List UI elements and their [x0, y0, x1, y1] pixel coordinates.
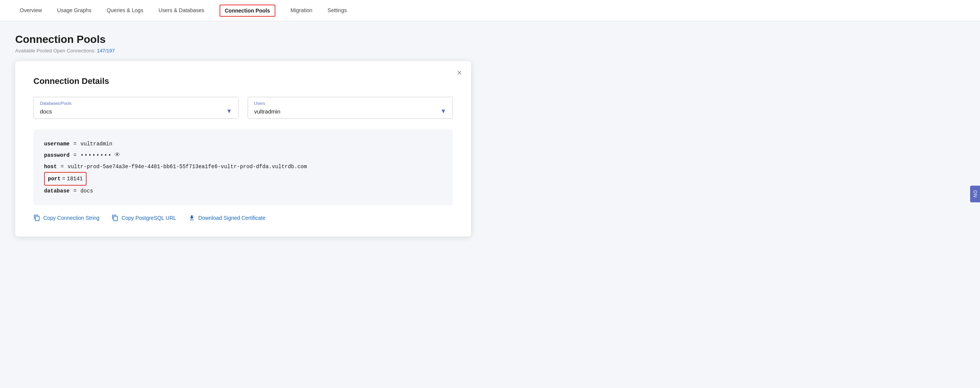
- copy-postgresql-url-label: Copy PostgreSQL URL: [122, 215, 176, 221]
- copy-connection-string-button[interactable]: Copy Connection String: [33, 215, 100, 221]
- nav-item-settings[interactable]: Settings: [320, 0, 355, 21]
- port-line: port = 18141: [44, 172, 442, 186]
- connection-pools-label: Connection Pools: [220, 5, 275, 17]
- nav-item-users-databases[interactable]: Users & Databases: [151, 0, 212, 21]
- users-value-row: vultradmin ▼: [254, 108, 446, 114]
- copy-icon: [33, 215, 40, 221]
- copy-postgresql-url-button[interactable]: Copy PostgreSQL URL: [112, 215, 176, 221]
- users-dropdown[interactable]: Users vultradmin ▼: [248, 97, 453, 119]
- users-arrow-icon: ▼: [440, 108, 446, 114]
- nav-item-queries-logs[interactable]: Queries & Logs: [99, 0, 151, 21]
- copy-connection-string-label: Copy Connection String: [43, 215, 100, 221]
- database-key: database: [44, 186, 70, 196]
- modal-title: Connection Details: [33, 76, 453, 86]
- port-key: port: [48, 173, 61, 184]
- password-dots: ••••••••: [81, 150, 112, 161]
- password-line: password = •••••••• 👁: [44, 149, 442, 161]
- download-icon: [188, 215, 195, 221]
- top-navigation: Overview Usage Graphs Queries & Logs Use…: [0, 0, 980, 21]
- username-value: vultradmin: [81, 138, 113, 149]
- users-value: vultradmin: [254, 108, 280, 114]
- nav-item-usage-graphs[interactable]: Usage Graphs: [49, 0, 99, 21]
- connection-details-panel: × Connection Details Databases/Pools doc…: [15, 61, 471, 237]
- users-label: Users: [254, 101, 446, 105]
- nav-item-connection-pools[interactable]: Connection Pools: [212, 0, 283, 21]
- password-eq: =: [73, 150, 76, 161]
- close-button[interactable]: ×: [457, 69, 462, 77]
- download-signed-cert-button[interactable]: Download Signed Certificate: [188, 215, 266, 221]
- available-connections: Available Pooled Open Connections: 147/1…: [15, 48, 965, 54]
- database-line: database = docs: [44, 186, 442, 196]
- available-value[interactable]: 147/197: [97, 48, 115, 54]
- show-password-icon[interactable]: 👁: [115, 149, 121, 161]
- port-box: port = 18141: [44, 172, 87, 186]
- dropdowns-row: Databases/Pools docs ▼ Users vultradmin …: [33, 97, 453, 119]
- port-value: 18141: [67, 173, 83, 184]
- username-line: username = vultradmin: [44, 138, 442, 149]
- host-value: vultr-prod-5ae74a3e-f94e-4481-bb61-55f71…: [68, 161, 307, 172]
- download-signed-cert-label: Download Signed Certificate: [198, 215, 266, 221]
- databases-label: Databases/Pools: [40, 101, 232, 105]
- username-eq: =: [73, 138, 76, 149]
- database-value: docs: [81, 186, 94, 196]
- nav-item-overview[interactable]: Overview: [12, 0, 49, 21]
- copy-url-icon: [112, 215, 119, 221]
- host-eq: =: [61, 161, 64, 172]
- page-content: Connection Pools Available Pooled Open C…: [0, 21, 980, 388]
- username-key: username: [44, 138, 70, 149]
- port-eq: =: [62, 173, 65, 184]
- databases-value-row: docs ▼: [40, 108, 232, 114]
- host-key: host: [44, 161, 57, 172]
- password-key: password: [44, 150, 70, 161]
- page-title: Connection Pools: [15, 33, 965, 46]
- actions-row: Copy Connection String Copy PostgreSQL U…: [33, 215, 453, 221]
- databases-arrow-icon: ▼: [226, 108, 232, 114]
- connection-info-box: username = vultradmin password = •••••••…: [33, 129, 453, 205]
- side-tag: ON: [970, 186, 980, 202]
- databases-dropdown[interactable]: Databases/Pools docs ▼: [33, 97, 239, 119]
- databases-value: docs: [40, 108, 52, 114]
- available-label: Available Pooled Open Connections:: [15, 48, 96, 54]
- host-line: host = vultr-prod-5ae74a3e-f94e-4481-bb6…: [44, 161, 442, 172]
- database-eq: =: [73, 186, 76, 196]
- nav-item-migration[interactable]: Migration: [283, 0, 320, 21]
